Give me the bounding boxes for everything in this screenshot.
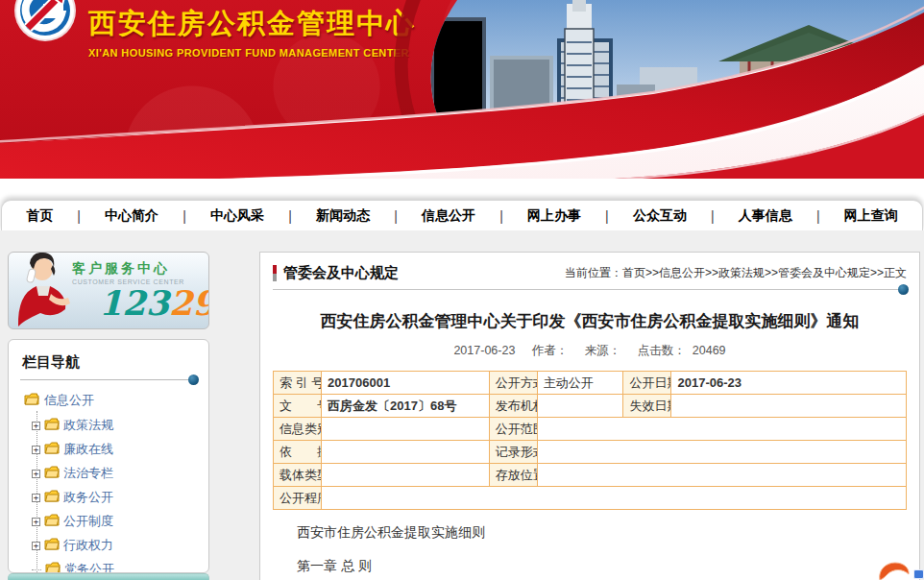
expand-plus-icon[interactable]: +: [32, 446, 40, 454]
nav-item-public-interaction[interactable]: 公众互动: [633, 207, 687, 225]
service-agent-illustration: [11, 252, 72, 329]
article-paragraph: 西安市住房公积金提取实施细则: [297, 523, 907, 542]
sidebar-item-policies[interactable]: + 政策法规: [32, 417, 197, 434]
expand-plus-icon[interactable]: +: [32, 422, 40, 430]
expand-plus-icon[interactable]: +: [32, 542, 40, 550]
table-row: 依 据 记录形式: [274, 441, 907, 464]
info-category-label: 信息类别: [274, 418, 322, 441]
sidebar-nav-title: 栏目导航: [20, 350, 197, 379]
expand-plus-icon[interactable]: +: [32, 470, 40, 478]
sidebar-item-label: 法治专栏: [63, 465, 113, 482]
nav-item-center-style[interactable]: 中心风采: [210, 207, 264, 225]
publisher-value: [537, 395, 623, 418]
article-hits-value: 20469: [693, 344, 726, 357]
sidebar-item-rule-of-law[interactable]: + 法治专栏: [32, 465, 197, 482]
banner-bottom-gap: [0, 179, 924, 200]
folder-icon: [44, 418, 60, 433]
sidebar-divider: [20, 379, 197, 380]
folder-icon: [44, 466, 60, 481]
index-number-label: 索 引 号: [274, 372, 322, 395]
nav-separator: |: [605, 208, 609, 224]
service-hotline-number: 12329: [99, 285, 209, 322]
nav-separator: |: [182, 208, 186, 224]
tree-branch-stub: [32, 568, 41, 570]
doc-number-value: 西房金发〔2017〕68号: [322, 395, 490, 418]
main-navigation: 首页 | 中心简介 | 中心风采 | 新闻动态 | 信息公开 | 网上办事 | …: [1, 200, 923, 231]
nav-separator: |: [394, 208, 398, 224]
nav-item-news[interactable]: 新闻动态: [316, 207, 370, 225]
expand-plus-icon[interactable]: +: [32, 494, 40, 502]
sidebar-item-label: 公开制度: [63, 513, 113, 530]
article-hits-label: 点击数：: [638, 344, 686, 357]
sidebar-item-party-affairs[interactable]: 党务公开: [32, 561, 197, 573]
table-row: 信息类别 公开范围: [274, 418, 907, 441]
expiry-date-label: 失效日期: [623, 395, 671, 418]
folder-icon: [44, 538, 60, 553]
article-meta: 2017-06-23 作者： 来源： 点击数：20469: [273, 343, 907, 359]
article-date: 2017-06-23: [453, 344, 515, 357]
article-paragraph: 第一章 总 则: [297, 557, 907, 575]
folder-icon: [24, 393, 39, 408]
record-form-value: [537, 441, 906, 464]
site-title: 西安住房公积金管理中心: [88, 5, 416, 43]
nav-item-online-query[interactable]: 网上查询: [844, 207, 898, 225]
nav-item-online-service[interactable]: 网上办事: [527, 207, 581, 225]
document-info-table: 索 引 号 201706001 公开方式 主动公开 公开日期 2017-06-2…: [273, 371, 907, 510]
article-author-label: 作者：: [532, 344, 569, 357]
storage-location-label: 存放位置: [489, 464, 537, 487]
sidebar-item-label: 党务公开: [64, 561, 114, 573]
disclosure-method-value: 主动公开: [537, 372, 623, 395]
publisher-label: 发布机构: [489, 395, 537, 418]
storage-location-value: [537, 464, 906, 487]
divider-dot: [898, 284, 909, 295]
sidebar-column-navigation: 栏目导航 信息公开 + 政策法规 + 廉政在线 + 法治专栏 +: [8, 339, 209, 573]
table-row: 公开程序: [274, 487, 907, 510]
breadcrumb[interactable]: 当前位置：首页>>信息公开>>政策法规>>管委会及中心规定>>正文: [565, 265, 907, 281]
sidebar-item-integrity-online[interactable]: + 廉政在线: [32, 441, 197, 458]
doc-number-label: 文 号: [274, 395, 322, 418]
folder-icon: [44, 490, 60, 505]
sidebar-item-label: 信息公开: [44, 392, 94, 409]
nav-separator: |: [288, 208, 292, 224]
floating-widget-icon[interactable]: [878, 561, 911, 580]
record-form-label: 记录形式: [489, 441, 537, 464]
site-subtitle-en: XI'AN HOUSING PROVIDENT FUND MANAGEMENT …: [88, 47, 416, 59]
sidebar-next-widget-edge: [8, 573, 209, 580]
sidebar-item-admin-power[interactable]: + 行政权力: [32, 537, 197, 554]
table-row: 文 号 西房金发〔2017〕68号 发布机构 失效日期: [274, 395, 907, 418]
section-title: 管委会及中心规定: [283, 264, 399, 282]
nav-separator: |: [77, 208, 81, 224]
article-panel: 管委会及中心规定 当前位置：首页>>信息公开>>政策法规>>管委会及中心规定>>…: [259, 252, 920, 580]
sidebar-item-info-disclosure-root[interactable]: 信息公开: [24, 392, 197, 409]
folder-icon: [44, 442, 60, 457]
nav-separator: |: [711, 208, 715, 224]
sidebar-item-gov-affairs[interactable]: + 政务公开: [32, 489, 197, 506]
city-skyline-photo: [413, 0, 924, 165]
divider-dot: [188, 375, 199, 385]
scope-value: [537, 418, 906, 441]
section-marker-bar: [273, 265, 277, 281]
customer-service-banner: 客户服务中心 CUSTOMER SERVICE CENTER 12329: [8, 252, 209, 329]
procedure-label: 公开程序: [274, 487, 322, 510]
carrier-type-value: [322, 464, 490, 487]
nav-item-home[interactable]: 首页: [26, 207, 53, 225]
xian-provident-fund-logo[interactable]: [13, 0, 77, 42]
nav-item-info-disclosure[interactable]: 信息公开: [422, 207, 475, 225]
sidebar-item-disclosure-system[interactable]: + 公开制度: [32, 513, 197, 530]
nav-item-center-intro[interactable]: 中心简介: [105, 207, 158, 225]
service-center-title: 客户服务中心: [72, 260, 170, 278]
site-banner: 西安住房公积金管理中心 XI'AN HOUSING PROVIDENT FUND…: [0, 0, 924, 179]
expiry-date-value: [671, 395, 907, 418]
expand-plus-icon[interactable]: +: [32, 518, 40, 526]
sidebar-item-label: 行政权力: [63, 537, 113, 554]
sidebar-item-label: 政务公开: [63, 489, 113, 506]
index-number-value: 201706001: [322, 372, 490, 395]
article-title: 西安住房公积金管理中心关于印发《西安市住房公积金提取实施细则》通知: [273, 310, 907, 332]
carrier-type-label: 载体类型: [274, 464, 322, 487]
nav-item-hr-info[interactable]: 人事信息: [739, 207, 792, 225]
folder-icon: [45, 562, 61, 573]
info-category-value: [322, 418, 490, 441]
basis-value: [322, 441, 490, 464]
floating-widget-secondary[interactable]: [913, 569, 924, 579]
folder-icon: [44, 514, 60, 529]
